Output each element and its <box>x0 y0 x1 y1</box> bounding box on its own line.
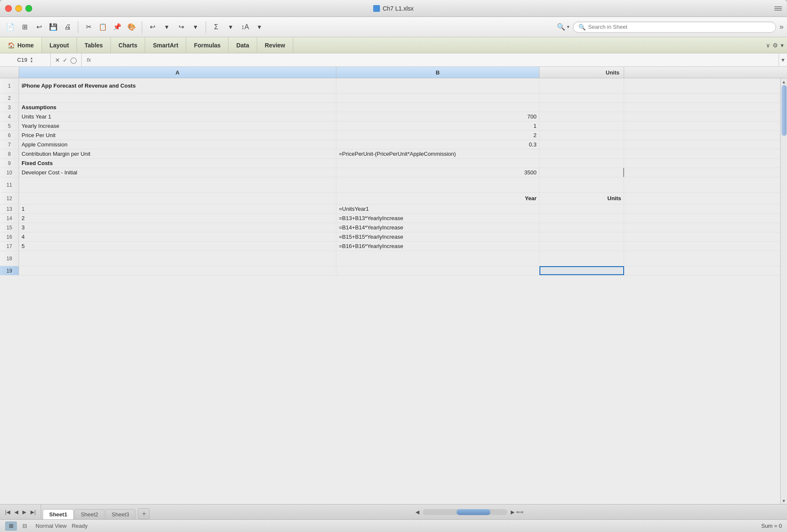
cell-c16[interactable] <box>539 232 624 241</box>
cell-b13[interactable]: =UnitsYear1 <box>336 204 539 213</box>
cell-a17[interactable]: 5 <box>19 242 336 251</box>
cell-b19[interactable] <box>336 266 539 275</box>
scroll-down-arrow[interactable]: ▼ <box>781 497 787 504</box>
cell-a18[interactable] <box>19 251 336 266</box>
cell-b16[interactable]: =B15+B15*YearlyIncrease <box>336 232 539 241</box>
save-button[interactable]: 💾 <box>47 20 60 34</box>
cell-c7[interactable] <box>539 140 624 149</box>
cell-a5[interactable]: Yearly Increase <box>19 121 336 130</box>
cell-c2[interactable] <box>539 94 624 102</box>
cell-b9[interactable] <box>336 159 539 168</box>
cell-c6[interactable] <box>539 131 624 140</box>
cell-b17[interactable]: =B16+B16*YearlyIncrease <box>336 242 539 251</box>
search-dropdown-btn[interactable]: ▾ <box>567 24 570 30</box>
cell-c12[interactable]: Units <box>539 193 624 204</box>
grid-button[interactable]: ⊞ <box>18 20 31 34</box>
cell-ref-stepper[interactable]: ▲▼ <box>30 57 33 63</box>
cell-c11[interactable] <box>539 177 624 192</box>
ribbon-settings-btn[interactable]: ⚙ <box>773 42 778 49</box>
cell-b10[interactable]: 3500 <box>336 168 539 177</box>
h-scroll-resize-btn[interactable]: ⟺ <box>516 509 523 515</box>
print-button[interactable]: 🖨 <box>61 20 74 34</box>
toolbar-overflow-btn[interactable]: » <box>779 22 784 31</box>
cell-c8[interactable] <box>539 149 624 158</box>
cell-a9[interactable]: Fixed Costs <box>19 159 336 168</box>
maximize-button[interactable] <box>25 5 32 12</box>
cell-a16[interactable]: 4 <box>19 232 336 241</box>
refresh-button[interactable]: ↩ <box>32 20 46 34</box>
sheet-tab-2[interactable]: Sheet2 <box>74 509 105 519</box>
cell-a10[interactable]: Developer Cost - Initial <box>19 168 336 177</box>
page-layout-icon[interactable]: ⊟ <box>19 521 30 531</box>
close-button[interactable] <box>5 5 12 12</box>
tab-data[interactable]: Data <box>228 37 257 53</box>
cell-a1[interactable]: iPhone App Forecast of Revenue and Costs <box>19 78 336 93</box>
sheet-tab-3[interactable]: Sheet3 <box>105 509 135 519</box>
cell-b3[interactable] <box>336 103 539 112</box>
cell-b2[interactable] <box>336 94 539 102</box>
sheet-nav-last[interactable]: ▶| <box>29 508 37 516</box>
cell-b1[interactable] <box>336 78 539 93</box>
cell-c17[interactable] <box>539 242 624 251</box>
sum-button[interactable]: Σ <box>209 20 223 34</box>
sheet-nav-prev[interactable]: ◀ <box>13 508 20 516</box>
cell-c15[interactable] <box>539 223 624 232</box>
cell-a6[interactable]: Price Per Unit <box>19 131 336 140</box>
tab-tables[interactable]: Tables <box>77 37 111 53</box>
new-button[interactable]: 📄 <box>3 20 17 34</box>
sheet-nav-first[interactable]: |◀ <box>3 508 12 516</box>
col-header-c[interactable]: Units <box>539 67 624 78</box>
h-scroll-thumb[interactable] <box>457 509 490 515</box>
cell-c4[interactable] <box>539 112 624 121</box>
formula-expand-icon[interactable]: ◯ <box>70 57 77 63</box>
add-sheet-button[interactable]: + <box>138 508 150 519</box>
cell-c5[interactable] <box>539 121 624 130</box>
cell-c10[interactable] <box>539 168 624 177</box>
scroll-track[interactable] <box>781 85 787 497</box>
formula-input[interactable] <box>96 53 779 66</box>
h-scroll-right-btn[interactable]: ▶ <box>511 509 515 515</box>
tab-smartart[interactable]: SmartArt <box>145 37 186 53</box>
cell-b18[interactable] <box>336 251 539 266</box>
cell-c1[interactable] <box>539 78 624 93</box>
cell-c18[interactable] <box>539 251 624 266</box>
format-paint-button[interactable]: 🎨 <box>125 20 138 34</box>
ribbon-settings-dropdown[interactable]: ▾ <box>781 42 784 49</box>
cell-a7[interactable]: Apple Commission <box>19 140 336 149</box>
rows-inner[interactable]: 1 iPhone App Forecast of Revenue and Cos… <box>0 78 780 504</box>
cell-a15[interactable]: 3 <box>19 223 336 232</box>
cell-reference-box[interactable]: C19 ▲▼ <box>0 53 51 66</box>
cell-c3[interactable] <box>539 103 624 112</box>
cell-b4[interactable]: 700 <box>336 112 539 121</box>
cell-b8[interactable]: =PricePerUnit-(PricePerUnit*AppleCommiss… <box>336 149 539 158</box>
vertical-scrollbar[interactable]: ▲ ▼ <box>780 78 787 504</box>
cell-b12[interactable]: Year <box>336 193 539 204</box>
cell-a3[interactable]: Assumptions <box>19 103 336 112</box>
sum-dropdown[interactable]: ▾ <box>224 20 237 34</box>
scroll-thumb[interactable] <box>781 85 787 136</box>
cell-b7[interactable]: 0.3 <box>336 140 539 149</box>
copy-button[interactable]: 📋 <box>96 20 110 34</box>
sheet-tab-1[interactable]: Sheet1 <box>43 509 74 519</box>
tab-layout[interactable]: Layout <box>42 37 77 53</box>
cell-b14[interactable]: =B13+B13*YearlyIncrease <box>336 214 539 223</box>
cell-b11[interactable] <box>336 177 539 192</box>
cut-button[interactable]: ✂ <box>82 20 95 34</box>
sort-button[interactable]: ↕A <box>238 20 252 34</box>
cell-c19[interactable] <box>539 266 624 275</box>
undo-dropdown[interactable]: ▾ <box>160 20 173 34</box>
search-input[interactable] <box>588 24 770 30</box>
formula-bar-dropdown[interactable]: ▼ <box>779 53 787 66</box>
redo-dropdown[interactable]: ▾ <box>189 20 202 34</box>
cell-a14[interactable]: 2 <box>19 214 336 223</box>
tab-formulas[interactable]: Formulas <box>186 37 228 53</box>
h-scrollbar[interactable] <box>423 509 507 515</box>
cell-a4[interactable]: Units Year 1 <box>19 112 336 121</box>
cell-a8[interactable]: Contribution Margin per Unit <box>19 149 336 158</box>
cell-a12[interactable] <box>19 193 336 204</box>
tab-charts[interactable]: Charts <box>111 37 145 53</box>
undo-button[interactable]: ↩ <box>146 20 159 34</box>
formula-cancel-icon[interactable]: ✕ <box>55 57 60 63</box>
col-header-b[interactable]: B <box>336 67 539 78</box>
sort-dropdown[interactable]: ▾ <box>253 20 266 34</box>
